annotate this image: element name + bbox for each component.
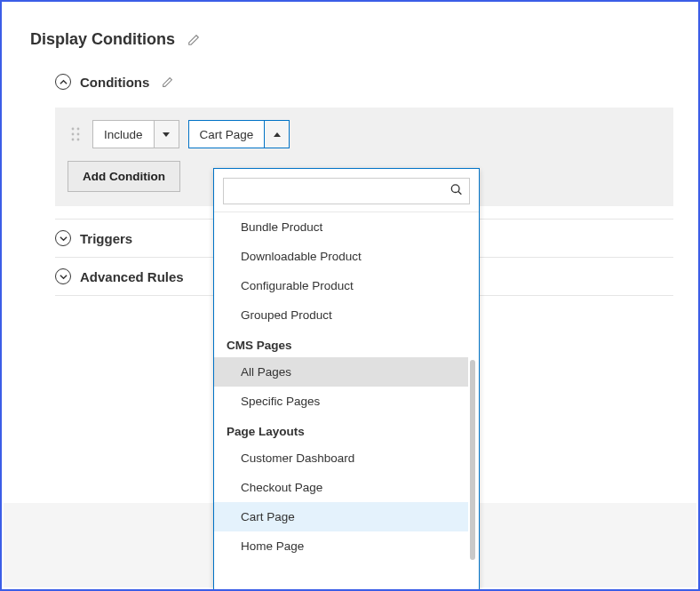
dropdown-item[interactable]: Cart Page — [214, 502, 468, 531]
search-input[interactable] — [224, 179, 469, 204]
target-dropdown: Bundle Product Downloadable Product Conf… — [213, 168, 480, 590]
chevron-down-icon[interactable] — [55, 230, 71, 246]
target-select[interactable]: Cart Page — [188, 120, 290, 148]
add-condition-button[interactable]: Add Condition — [68, 161, 180, 192]
include-select-label: Include — [93, 121, 154, 148]
include-select[interactable]: Include — [92, 120, 179, 148]
dropdown-item[interactable]: Checkout Page — [214, 473, 468, 502]
svg-point-0 — [72, 128, 75, 131]
dropdown-group-cms: CMS Pages — [214, 330, 468, 357]
chevron-down-icon[interactable] — [154, 121, 179, 148]
dropdown-search[interactable] — [223, 178, 470, 204]
dropdown-group-layouts: Page Layouts — [214, 416, 468, 443]
target-select-label: Cart Page — [189, 121, 265, 148]
chevron-down-icon[interactable] — [55, 268, 71, 284]
dropdown-item[interactable]: Grouped Product — [214, 300, 468, 330]
condition-row: Include Cart Page — [55, 108, 673, 161]
scrollbar-thumb[interactable] — [470, 360, 475, 560]
svg-point-3 — [77, 133, 80, 136]
svg-point-4 — [72, 139, 75, 141]
advanced-rules-label[interactable]: Advanced Rules — [80, 269, 184, 284]
svg-point-6 — [451, 185, 459, 193]
chevron-up-icon[interactable] — [264, 121, 289, 148]
svg-point-1 — [77, 128, 80, 131]
page-title: Display Conditions — [30, 30, 175, 49]
dropdown-item[interactable]: Customer Dashboard — [214, 443, 468, 473]
dropdown-item[interactable]: All Pages — [214, 357, 468, 387]
edit-icon[interactable] — [187, 34, 200, 46]
dropdown-item[interactable]: Specific Pages — [214, 387, 468, 416]
dropdown-list: Bundle Product Downloadable Product Conf… — [214, 212, 479, 589]
svg-line-7 — [458, 192, 461, 195]
triggers-label[interactable]: Triggers — [80, 231, 132, 246]
dropdown-item[interactable]: Downloadable Product — [214, 242, 468, 271]
scrollbar[interactable] — [470, 218, 475, 584]
search-icon[interactable] — [449, 183, 464, 200]
dropdown-item[interactable]: Bundle Product — [214, 212, 468, 242]
svg-point-5 — [77, 139, 80, 141]
dropdown-item[interactable]: Home Page — [214, 531, 468, 561]
chevron-up-icon[interactable] — [55, 74, 71, 90]
drag-handle-icon[interactable] — [68, 127, 84, 141]
edit-icon[interactable] — [162, 76, 173, 88]
conditions-label: Conditions — [80, 75, 149, 90]
svg-point-2 — [72, 133, 75, 136]
dropdown-item[interactable]: Configurable Product — [214, 271, 468, 300]
